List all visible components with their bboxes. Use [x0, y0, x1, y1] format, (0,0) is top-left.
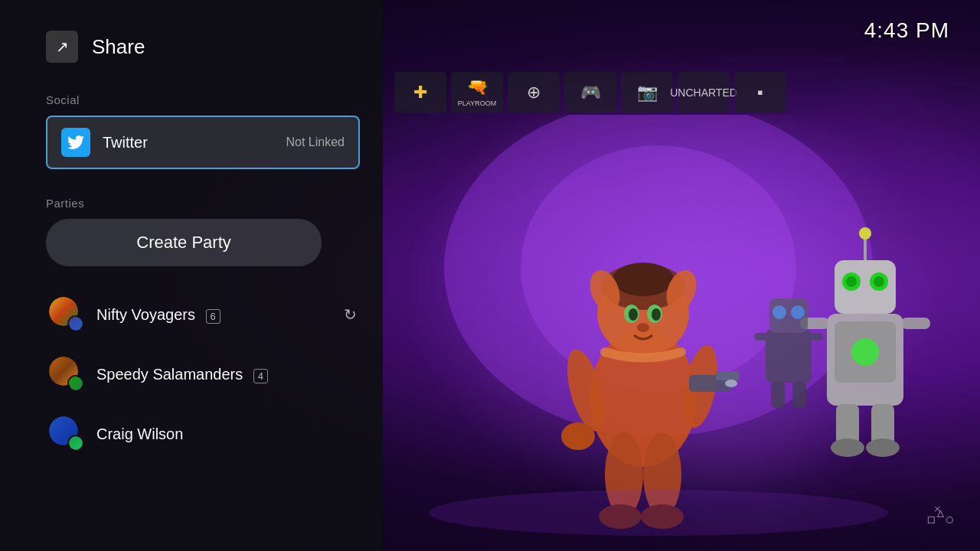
playroom-label: PLAYROOM: [458, 99, 496, 107]
nav-icon-playroom[interactable]: 🔫 PLAYROOM: [451, 72, 503, 113]
svg-point-22: [725, 380, 737, 387]
svg-point-30: [874, 276, 884, 287]
share-title: Share: [92, 35, 145, 59]
playroom-icon: 🔫: [467, 77, 488, 97]
playstation-logo-icon: [926, 500, 957, 530]
svg-point-47: [429, 490, 888, 536]
party-item-speedy-salamanders[interactable]: Speedy Salamanders 4: [46, 344, 360, 404]
twitter-icon-box: [61, 128, 90, 157]
nav-icon-ps-plus[interactable]: ✚: [394, 72, 446, 113]
nav-icons-row: ✚ 🔫 PLAYROOM ⊕ 🎮 📷 UNCHARTED ▪: [383, 67, 980, 117]
svg-point-50: [946, 517, 952, 523]
left-panel: ↗ Share Social Twitter Not Linked Partie…: [0, 0, 383, 551]
game2-icon: ▪: [757, 83, 763, 103]
svg-rect-34: [901, 318, 930, 329]
party-name-nifty: Nifty Voyagers 6: [96, 306, 332, 324]
parties-section: Parties Create Party Nifty Voyagers 6: [46, 197, 360, 528]
svg-rect-43: [754, 333, 768, 341]
party-refresh-icon: ↻: [344, 305, 357, 324]
nav-icon-game2[interactable]: ▪: [734, 72, 786, 113]
svg-point-41: [773, 305, 786, 319]
svg-marker-49: [937, 510, 943, 517]
party-avatar-speedy: [49, 357, 84, 392]
svg-point-25: [851, 338, 879, 366]
party-name-craig: Craig Wilson: [96, 425, 357, 443]
svg-rect-45: [771, 381, 785, 408]
svg-point-8: [629, 308, 638, 321]
svg-rect-46: [792, 381, 806, 408]
party-count-nifty: 6: [206, 309, 220, 324]
party-count-speedy: 4: [253, 369, 268, 383]
twitter-item[interactable]: Twitter Not Linked: [46, 116, 360, 169]
avatar-secondary-craig: [67, 435, 84, 452]
nav-icon-controller[interactable]: 🎮: [564, 72, 616, 113]
svg-point-5: [612, 262, 674, 296]
nav-icon-ps[interactable]: ⊕: [508, 72, 560, 113]
camera-icon: 📷: [637, 83, 658, 103]
nav-icon-uncharted[interactable]: UNCHARTED: [678, 72, 730, 113]
twitter-status: Not Linked: [286, 135, 345, 149]
ps-icon: ⊕: [527, 83, 541, 103]
party-item-nifty-voyagers[interactable]: Nifty Voyagers 6 ↻: [46, 285, 360, 344]
twitter-bird-icon: [67, 134, 84, 151]
svg-point-15: [561, 422, 595, 450]
svg-point-12: [637, 323, 649, 332]
parties-section-label: Parties: [46, 197, 360, 210]
party-name-speedy: Speedy Salamanders 4: [96, 366, 357, 383]
svg-rect-26: [835, 260, 896, 314]
svg-rect-48: [928, 517, 934, 523]
svg-point-38: [866, 439, 900, 457]
party-item-craig-wilson[interactable]: Craig Wilson: [46, 404, 360, 464]
svg-point-42: [791, 305, 805, 319]
nav-icon-camera[interactable]: 📷: [621, 72, 673, 113]
create-party-button[interactable]: Create Party: [46, 219, 322, 266]
svg-point-37: [831, 439, 864, 457]
ps-logo: [926, 500, 957, 536]
ps-plus-icon: ✚: [413, 83, 427, 103]
share-icon-box: ↗: [46, 31, 78, 63]
svg-rect-44: [809, 333, 823, 341]
svg-point-29: [846, 276, 857, 287]
share-icon: ↗: [56, 37, 69, 56]
svg-rect-21: [716, 371, 739, 380]
social-section: Social Twitter Not Linked: [46, 93, 360, 197]
party-avatar-craig: [49, 416, 84, 452]
uncharted-icon: UNCHARTED: [670, 86, 737, 99]
game-art-area: [368, 115, 980, 551]
controller-icon: 🎮: [580, 83, 601, 103]
social-section-label: Social: [46, 93, 360, 106]
svg-point-32: [859, 227, 871, 240]
avatar-secondary-speedy: [67, 375, 84, 392]
time-display: 4:43 PM: [864, 18, 949, 43]
svg-point-9: [652, 308, 661, 321]
party-list: Nifty Voyagers 6 ↻ Speedy Salamanders: [46, 285, 360, 464]
party-avatar-nifty: [49, 297, 84, 332]
svg-rect-39: [766, 329, 812, 383]
twitter-name: Twitter: [103, 134, 274, 152]
avatar-secondary-nifty: [67, 315, 84, 332]
share-header: ↗ Share: [46, 31, 360, 63]
